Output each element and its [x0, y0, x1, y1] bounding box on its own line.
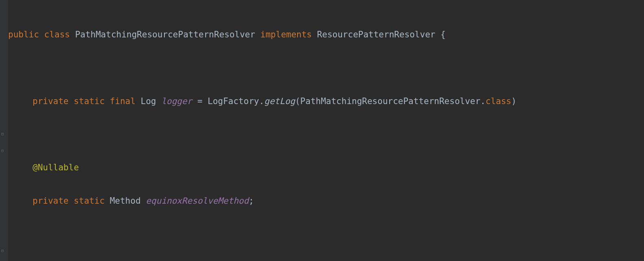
paren: ) — [511, 96, 517, 106]
blank-line[interactable] — [8, 60, 524, 76]
blank-line[interactable] — [8, 226, 524, 243]
class-ref: LogFactory — [208, 96, 259, 106]
class-ref: PathMatchingResourcePatternResolver — [300, 96, 481, 106]
code-line[interactable]: private static Method equinoxResolveMeth… — [8, 193, 524, 209]
fold-marker-icon[interactable]: ⊟ — [1, 149, 4, 153]
keyword-static: static — [74, 196, 105, 206]
code-line[interactable]: private static final Log logger = LogFac… — [8, 93, 524, 110]
fold-marker-icon[interactable]: ⊟ — [1, 249, 4, 253]
code-line[interactable]: public class PathMatchingResourcePattern… — [8, 26, 524, 43]
brace: { — [440, 30, 446, 39]
editor-gutter: ⊟ ⊟ ⊟ — [0, 0, 8, 261]
code-line[interactable]: @Nullable — [8, 159, 524, 176]
dot: . — [259, 96, 264, 106]
keyword-implements: implements — [261, 30, 312, 39]
semicolon: ; — [249, 196, 254, 206]
keyword-private: private — [33, 196, 69, 206]
equals: = — [197, 96, 203, 106]
code-editor[interactable]: public class PathMatchingResourcePattern… — [8, 0, 524, 261]
dot: . — [480, 96, 486, 106]
type-name: Method — [110, 196, 141, 206]
blank-line[interactable] — [8, 126, 524, 143]
paren: ( — [295, 96, 300, 106]
field-name: logger — [161, 96, 192, 106]
field-name: equinoxResolveMethod — [146, 196, 249, 206]
keyword-class: class — [44, 30, 70, 39]
code-line[interactable]: static { — [8, 259, 524, 261]
fold-marker-icon[interactable]: ⊟ — [1, 132, 4, 136]
keyword-static: static — [74, 96, 105, 106]
method-call: getLog — [264, 96, 295, 106]
annotation: @Nullable — [33, 163, 79, 172]
type-name: Log — [141, 96, 156, 106]
keyword-private: private — [33, 96, 69, 106]
keyword-public: public — [8, 30, 39, 39]
class-name: PathMatchingResourcePatternResolver — [75, 30, 255, 39]
keyword-final: final — [110, 96, 136, 106]
interface-name: ResourcePatternResolver — [317, 30, 436, 39]
keyword-class: class — [486, 96, 511, 106]
